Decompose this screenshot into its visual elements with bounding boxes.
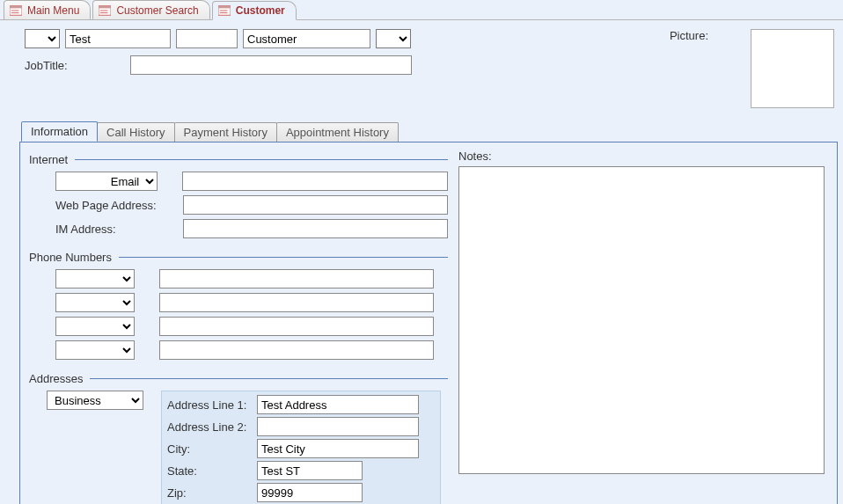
- addr-city-input[interactable]: [257, 439, 419, 458]
- addr-line2-label: Address Line 2:: [167, 420, 257, 434]
- group-label: Internet: [29, 153, 68, 166]
- svg-rect-9: [218, 6, 231, 9]
- notes-label: Notes:: [458, 150, 825, 163]
- tab-appointment-history[interactable]: Appointment History: [276, 122, 399, 142]
- first-name-input[interactable]: [65, 29, 171, 48]
- svg-rect-1: [10, 5, 22, 8]
- addr-state-input[interactable]: [257, 461, 363, 480]
- form-icon: [99, 5, 111, 16]
- email-type-select[interactable]: Email: [55, 172, 158, 191]
- document-tabs: Main Menu Customer Search Customer: [0, 0, 843, 20]
- doc-tab-label: Main Menu: [27, 4, 79, 17]
- tab-call-history[interactable]: Call History: [97, 122, 174, 142]
- addr-city-label: City:: [167, 442, 257, 456]
- phone-value-3[interactable]: [159, 317, 434, 336]
- job-title-input[interactable]: [130, 55, 412, 75]
- tab-page-information: Internet Email Web Page Address: IM Addr…: [19, 142, 838, 504]
- phone-type-1[interactable]: [55, 269, 135, 289]
- notes-textarea[interactable]: [458, 166, 825, 474]
- group-internet: Internet: [29, 153, 448, 166]
- address-type-select[interactable]: Business: [47, 391, 143, 410]
- last-name-input[interactable]: [243, 29, 370, 48]
- addr-line1-label: Address Line 1:: [167, 398, 257, 412]
- form-icon: [218, 5, 231, 16]
- addr-line2-input[interactable]: [257, 417, 419, 436]
- addr-zip-input[interactable]: [257, 483, 363, 502]
- web-input[interactable]: [183, 195, 448, 215]
- picture-label: Picture:: [645, 29, 733, 42]
- tab-label: Appointment History: [286, 126, 389, 139]
- name-row: [25, 29, 412, 48]
- doc-tab-customer[interactable]: Customer: [212, 1, 297, 20]
- phone-value-4[interactable]: [159, 340, 434, 360]
- tab-label: Call History: [106, 126, 165, 139]
- doc-tab-label: Customer Search: [116, 4, 198, 17]
- name-prefix-select[interactable]: [25, 29, 60, 48]
- middle-name-input[interactable]: [176, 29, 238, 48]
- tab-label: Information: [31, 125, 88, 138]
- addr-line1-input[interactable]: [257, 395, 419, 414]
- phone-value-1[interactable]: [159, 269, 434, 289]
- addr-state-label: State:: [167, 464, 257, 478]
- tab-payment-history[interactable]: Payment History: [174, 122, 277, 142]
- form-icon: [10, 5, 22, 16]
- phone-type-2[interactable]: [55, 293, 135, 312]
- svg-rect-5: [99, 5, 111, 8]
- phone-type-3[interactable]: [55, 317, 135, 336]
- group-label: Addresses: [29, 372, 83, 385]
- group-addresses: Addresses: [29, 372, 448, 385]
- tab-label: Payment History: [184, 126, 268, 139]
- email-input[interactable]: [182, 172, 448, 191]
- address-detail: Address Line 1: Address Line 2: City: St…: [161, 391, 441, 504]
- inner-tabstrip: Information Call History Payment History…: [21, 121, 838, 142]
- doc-tab-main-menu[interactable]: Main Menu: [4, 0, 91, 19]
- im-label: IM Address:: [55, 223, 183, 236]
- im-input[interactable]: [183, 219, 448, 238]
- phone-type-4[interactable]: [55, 340, 135, 360]
- name-suffix-select[interactable]: [376, 29, 411, 48]
- doc-tab-customer-search[interactable]: Customer Search: [92, 0, 209, 19]
- doc-tab-label: Customer: [236, 4, 285, 17]
- group-label: Phone Numbers: [29, 251, 112, 264]
- picture-box[interactable]: [751, 29, 834, 108]
- tab-information[interactable]: Information: [21, 121, 98, 142]
- group-phone: Phone Numbers: [29, 251, 448, 264]
- web-label: Web Page Address:: [55, 199, 183, 212]
- phone-value-2[interactable]: [159, 293, 434, 312]
- job-title-label: JobTitle:: [25, 59, 123, 72]
- addr-zip-label: Zip:: [167, 486, 257, 500]
